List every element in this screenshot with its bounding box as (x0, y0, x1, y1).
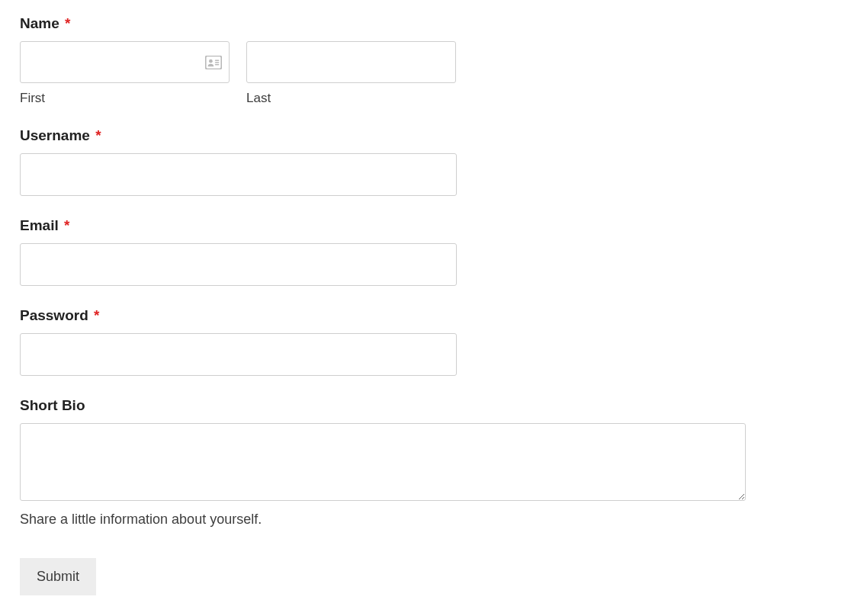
name-group: Name * (20, 15, 831, 106)
password-label: Password * (20, 307, 831, 324)
short-bio-group: Short Bio Share a little information abo… (20, 397, 831, 528)
short-bio-label: Short Bio (20, 397, 831, 414)
registration-form: Name * (20, 15, 831, 595)
submit-button[interactable]: Submit (20, 558, 96, 595)
password-group: Password * (20, 307, 831, 376)
password-label-text: Password (20, 307, 88, 323)
last-name-col: Last (246, 41, 456, 106)
required-asterisk: * (94, 307, 99, 323)
first-name-input[interactable] (20, 41, 230, 83)
short-bio-textarea[interactable] (20, 423, 746, 501)
username-input[interactable] (20, 153, 457, 196)
short-bio-helper: Share a little information about yoursel… (20, 512, 831, 528)
username-label: Username * (20, 127, 831, 144)
password-input[interactable] (20, 333, 457, 376)
short-bio-label-text: Short Bio (20, 397, 85, 413)
required-asterisk: * (65, 15, 70, 31)
email-label-text: Email (20, 217, 59, 233)
name-label-text: Name (20, 15, 59, 31)
name-row: First Last (20, 41, 831, 106)
email-group: Email * (20, 217, 831, 286)
last-name-sublabel: Last (246, 91, 456, 106)
first-name-wrap (20, 41, 230, 83)
last-name-input[interactable] (246, 41, 456, 83)
required-asterisk: * (64, 217, 69, 233)
first-name-col: First (20, 41, 230, 106)
username-group: Username * (20, 127, 831, 196)
required-asterisk: * (95, 127, 101, 143)
email-label: Email * (20, 217, 831, 234)
name-label: Name * (20, 15, 831, 32)
first-name-sublabel: First (20, 91, 230, 106)
username-label-text: Username (20, 127, 90, 143)
email-input[interactable] (20, 243, 457, 286)
